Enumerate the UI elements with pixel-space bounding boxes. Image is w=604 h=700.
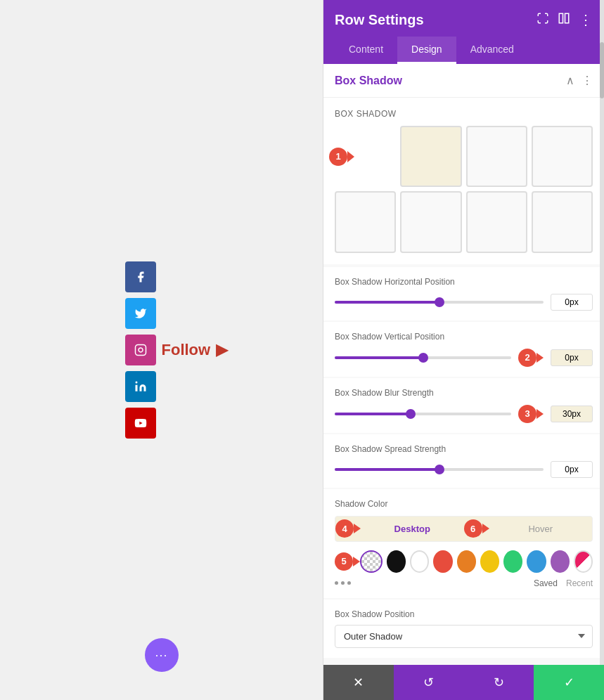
- state-toggle: 4 Desktop 6 Hover: [335, 516, 593, 542]
- badge-4: 4: [335, 519, 354, 538]
- svg-rect-5: [565, 13, 569, 23]
- tab-advanced[interactable]: Advanced: [456, 37, 528, 64]
- slider-vertical-track[interactable]: [335, 356, 511, 359]
- svg-rect-4: [559, 13, 563, 23]
- shadow-position-section: Box Shadow Position Outer Shadow Inner S…: [323, 599, 604, 658]
- color-section: Shadow Color 4 Desktop 6 Hover: [323, 489, 604, 598]
- slider-vertical-row: 2: [335, 349, 593, 367]
- youtube-icon[interactable]: [125, 408, 156, 439]
- box-shadow-label: Box Shadow: [335, 109, 593, 119]
- svg-point-2: [135, 382, 137, 384]
- badge-5: 5: [335, 552, 353, 571]
- section-header: Box Shadow ∧ ⋮: [323, 64, 604, 98]
- preset-badge-1: 1: [329, 148, 347, 166]
- badge-2: 2: [518, 349, 536, 367]
- panel-content: Box Shadow ∧ ⋮ Box Shadow 1: [323, 64, 604, 665]
- slider-spread-label: Box Shadow Spread Strength: [335, 444, 593, 454]
- slider-blur-label: Box Shadow Blur Strength: [335, 388, 593, 398]
- color-actions: Saved Recent: [335, 578, 593, 588]
- color-swatch-orange[interactable]: [457, 550, 476, 573]
- color-swatches-row: 5: [335, 550, 593, 573]
- instagram-icon[interactable]: [125, 335, 156, 365]
- preset-arrow-1: [347, 151, 354, 162]
- redo-button[interactable]: ↻: [464, 665, 534, 700]
- color-swatch-red[interactable]: [433, 550, 452, 573]
- badge2-container: 2: [518, 349, 544, 367]
- left-panel: Follow ▶ ···: [0, 0, 323, 700]
- section-more-icon[interactable]: ⋮: [581, 74, 593, 87]
- slider-spread-input[interactable]: [551, 461, 593, 478]
- slider-spread-track[interactable]: [335, 468, 544, 471]
- panel-title: Row Settings: [335, 12, 424, 28]
- shadow-color-label: Shadow Color: [335, 499, 593, 509]
- panel-header-icons: ⋮: [536, 11, 593, 28]
- color-swatch-blue[interactable]: [527, 550, 546, 573]
- linkedin-icon[interactable]: [125, 371, 156, 402]
- shadow-preset-1[interactable]: 1: [335, 126, 396, 187]
- twitter-icon[interactable]: [125, 298, 156, 329]
- slider-horizontal: Box Shadow Horizontal Position: [323, 267, 604, 320]
- slider-blur-track[interactable]: [335, 413, 511, 415]
- slider-horizontal-label: Box Shadow Horizontal Position: [335, 277, 593, 287]
- panel-header: Row Settings ⋮ Content Design Advanced: [323, 0, 604, 64]
- collapse-icon[interactable]: ∧: [566, 74, 574, 87]
- slider-blur: Box Shadow Blur Strength 3: [323, 378, 604, 433]
- slider-vertical-label: Box Shadow Vertical Position: [335, 332, 593, 342]
- columns-icon[interactable]: [558, 12, 570, 28]
- right-panel: Row Settings ⋮ Content Design Advanced B…: [323, 0, 604, 700]
- fullscreen-icon[interactable]: [536, 12, 549, 28]
- badge3-container: 3: [518, 405, 544, 423]
- color-more-dots[interactable]: [335, 581, 351, 585]
- color-swatch-diagonal[interactable]: [574, 550, 593, 573]
- box-shadow-block: Box Shadow 1: [323, 98, 604, 264]
- scrollbar[interactable]: [600, 0, 604, 665]
- slider-horizontal-track[interactable]: [335, 301, 544, 304]
- slider-vertical: Box Shadow Vertical Position 2: [323, 322, 604, 377]
- follow-label[interactable]: Follow ▶: [162, 341, 229, 359]
- more-options-icon[interactable]: ⋮: [579, 11, 593, 28]
- slider-vertical-input[interactable]: [551, 349, 593, 366]
- color-swatch-yellow[interactable]: [480, 550, 499, 573]
- scrollbar-thumb[interactable]: [600, 42, 604, 98]
- slider-spread-thumb[interactable]: [435, 465, 444, 474]
- hover-state-btn[interactable]: Hover: [489, 517, 593, 541]
- shadow-preset-7[interactable]: [466, 191, 527, 252]
- desktop-state-btn[interactable]: Desktop: [361, 517, 464, 541]
- color-swatch-green[interactable]: [503, 550, 522, 573]
- shadow-preset-2[interactable]: [400, 126, 461, 187]
- facebook-icon[interactable]: [125, 261, 156, 292]
- shadow-presets-grid: 1: [335, 126, 593, 253]
- cancel-button[interactable]: ✕: [323, 665, 394, 700]
- slider-horizontal-input[interactable]: [551, 294, 593, 311]
- color-swatch-white[interactable]: [410, 550, 429, 573]
- floating-dots-button[interactable]: ···: [145, 638, 179, 672]
- svg-rect-0: [135, 345, 146, 356]
- tab-design[interactable]: Design: [397, 37, 456, 64]
- shadow-preset-8[interactable]: [532, 191, 593, 252]
- undo-button[interactable]: ↺: [394, 665, 464, 700]
- section-title: Box Shadow: [335, 74, 402, 87]
- badge-6: 6: [464, 519, 482, 538]
- panel-footer: ✕ ↺ ↻ ✓: [323, 665, 604, 700]
- shadow-preset-6[interactable]: [400, 191, 461, 252]
- color-swatch-purple[interactable]: [551, 550, 570, 573]
- section-controls: ∧ ⋮: [566, 74, 593, 87]
- recent-link[interactable]: Recent: [566, 578, 593, 588]
- saved-link[interactable]: Saved: [534, 578, 558, 588]
- shadow-preset-4[interactable]: [532, 126, 593, 187]
- shadow-preset-5[interactable]: [335, 191, 396, 252]
- slider-vertical-thumb[interactable]: [418, 353, 428, 363]
- slider-spread-row: [335, 461, 593, 478]
- color-swatch-black[interactable]: [387, 550, 406, 573]
- slider-blur-input[interactable]: [551, 406, 593, 422]
- social-icons-list: [125, 261, 156, 439]
- slider-blur-thumb[interactable]: [406, 409, 416, 419]
- tab-content[interactable]: Content: [335, 37, 397, 64]
- confirm-button[interactable]: ✓: [534, 665, 604, 700]
- shadow-preset-3[interactable]: [466, 126, 527, 187]
- color-swatch-transparent[interactable]: [360, 550, 383, 573]
- badge-3: 3: [518, 405, 536, 423]
- follow-arrow-icon: ▶: [216, 341, 228, 359]
- shadow-position-select[interactable]: Outer Shadow Inner Shadow: [335, 625, 593, 648]
- slider-horizontal-thumb[interactable]: [435, 297, 444, 307]
